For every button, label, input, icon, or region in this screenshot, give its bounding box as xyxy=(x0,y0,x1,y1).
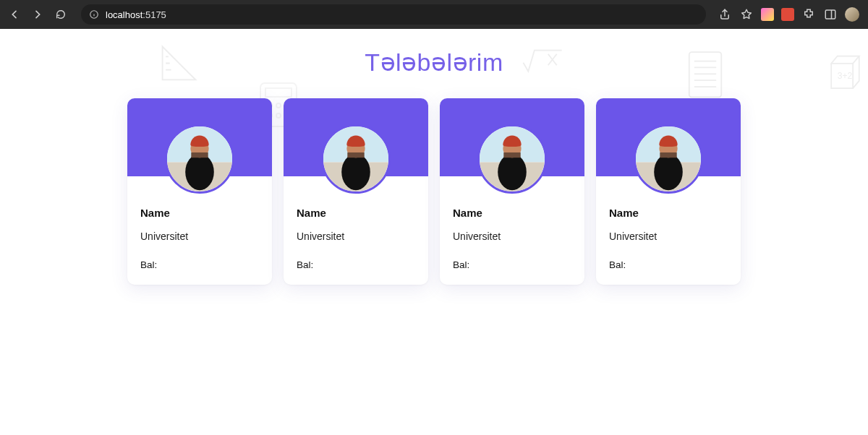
forward-button[interactable] xyxy=(29,6,46,23)
student-score-label: Bal: xyxy=(297,259,415,270)
extension-icon-1[interactable] xyxy=(761,8,774,21)
card-header xyxy=(596,98,741,176)
bg-doodle-triangle-icon xyxy=(159,43,199,83)
student-name: Name xyxy=(297,207,415,219)
svg-point-14 xyxy=(185,154,214,190)
toolbar-right xyxy=(718,7,862,22)
avatar xyxy=(165,124,234,194)
page-title: Tələbələrim xyxy=(0,48,868,77)
card-header xyxy=(440,98,584,176)
student-card[interactable]: Name Universitet Bal: xyxy=(596,98,741,285)
share-icon[interactable] xyxy=(718,7,732,22)
svg-text:3+2: 3+2 xyxy=(838,71,853,81)
avatar xyxy=(477,124,547,194)
svg-point-19 xyxy=(341,154,370,190)
student-university: Universitet xyxy=(297,231,415,242)
student-card[interactable]: Name Universitet Bal: xyxy=(440,98,584,285)
back-button[interactable] xyxy=(6,6,23,23)
page-root: 3+2 Tələbələrim Name Universitet Bal: xyxy=(0,29,868,314)
site-info-icon[interactable] xyxy=(88,9,100,20)
svg-point-24 xyxy=(498,154,527,190)
svg-rect-1 xyxy=(825,10,835,19)
student-card[interactable]: Name Universitet Bal: xyxy=(127,98,272,285)
profile-avatar-icon[interactable] xyxy=(845,7,859,22)
student-university: Universitet xyxy=(453,231,571,242)
card-header xyxy=(127,98,272,176)
svg-rect-16 xyxy=(191,152,208,158)
bg-doodle-notebook-icon xyxy=(680,47,731,105)
avatar xyxy=(634,124,703,194)
reload-button[interactable] xyxy=(52,6,69,23)
svg-point-8 xyxy=(276,113,281,118)
svg-rect-31 xyxy=(660,152,676,158)
extension-icon-2[interactable] xyxy=(781,8,794,21)
bg-doodle-cube-icon: 3+2 xyxy=(819,51,862,101)
svg-rect-3 xyxy=(265,88,292,97)
svg-rect-21 xyxy=(347,152,364,158)
url-text: localhost:5175 xyxy=(106,9,166,20)
svg-point-5 xyxy=(276,103,281,108)
student-university: Universitet xyxy=(140,231,259,242)
side-panel-icon[interactable] xyxy=(823,7,838,22)
bookmark-star-icon[interactable] xyxy=(739,7,754,22)
students-grid: Name Universitet Bal: Name Universitet B… xyxy=(0,98,868,285)
svg-rect-10 xyxy=(689,52,721,97)
avatar xyxy=(321,124,391,194)
student-score-label: Bal: xyxy=(609,259,728,270)
url-port: :5175 xyxy=(142,9,166,20)
student-name: Name xyxy=(609,207,728,219)
student-score-label: Bal: xyxy=(453,259,571,270)
address-bar[interactable]: localhost:5175 xyxy=(81,4,706,25)
url-host: localhost xyxy=(106,9,142,20)
svg-point-29 xyxy=(654,154,683,190)
student-name: Name xyxy=(140,207,259,219)
extensions-puzzle-icon[interactable] xyxy=(801,7,816,22)
student-card[interactable]: Name Universitet Bal: xyxy=(284,98,428,285)
student-name: Name xyxy=(453,207,571,219)
nav-buttons xyxy=(6,6,69,23)
card-header xyxy=(284,98,428,176)
student-score-label: Bal: xyxy=(140,259,259,270)
svg-rect-26 xyxy=(503,152,520,158)
bg-doodle-sqrt-icon xyxy=(521,43,564,76)
browser-toolbar: localhost:5175 xyxy=(0,0,868,29)
student-university: Universitet xyxy=(609,231,728,242)
